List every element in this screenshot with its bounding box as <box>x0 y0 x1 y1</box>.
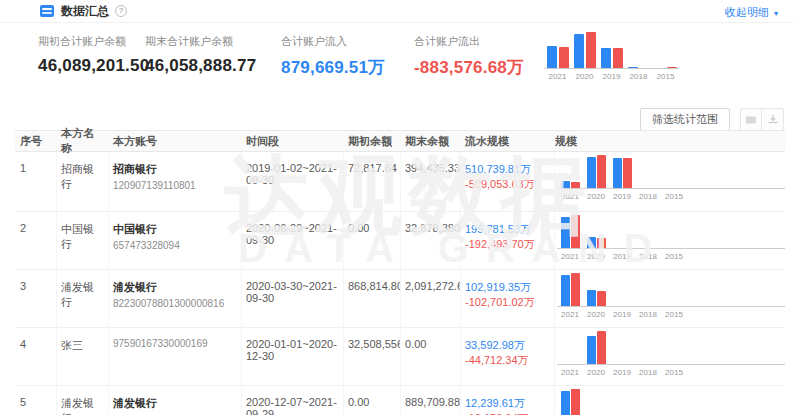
cell-begin-balance: 0.00 <box>344 386 401 415</box>
inflow-bar <box>587 157 596 188</box>
accounts-table: 序号本方名称本方账号时间段期初余额期末余额流水规模规模 1招商银行招商银行120… <box>15 130 785 415</box>
cell-end-balance: 32,878,380.99 <box>401 212 461 269</box>
chart-year-label: 2018 <box>635 192 661 201</box>
chart-year-group <box>557 215 583 248</box>
column-header-1: 序号 <box>15 134 57 149</box>
cell-serial: 5 <box>15 386 57 415</box>
chevron-down-icon: ▼ <box>772 9 779 17</box>
outflow-bar <box>571 215 580 248</box>
chart-bars <box>557 274 785 307</box>
chart-year-labels: 20212020201920182015 <box>557 189 785 201</box>
chart-year-group <box>583 331 609 364</box>
cell-serial: 4 <box>15 328 57 385</box>
summary-bar-chart: 20212020201920182015 <box>544 33 679 81</box>
chart-bars <box>557 216 785 249</box>
card-view-button[interactable] <box>740 108 762 131</box>
mini-bar-chart: 20212020201920182015 <box>557 216 785 261</box>
inflow-value: 33,592.98万 <box>465 339 525 351</box>
inflow-value: 102,919.35万 <box>465 281 531 293</box>
cell-own-account: 招商银行120907139110801 <box>109 152 242 211</box>
column-header-3: 本方账号 <box>109 134 242 149</box>
help-icon[interactable]: ? <box>115 5 127 17</box>
cell-own-name: 浦发银行 <box>57 386 109 415</box>
chart-year-group <box>583 155 609 188</box>
cell-flow-scale: 102,919.35万 -102,701.02万 <box>461 270 555 327</box>
inflow-bar <box>561 181 570 188</box>
chart-year-label: 2019 <box>609 252 635 261</box>
table-toolbar: 筛选统计范围 <box>640 108 784 131</box>
chart-year-label: 2018 <box>635 252 661 261</box>
outflow-value: -509,053.63万 <box>465 178 535 190</box>
outflow-bar <box>597 155 606 188</box>
cell-serial: 1 <box>15 152 57 211</box>
table-row: 3浦发银行浦发银行822300788013000008162020-03-30~… <box>15 270 785 328</box>
chart-year-labels: 20212020201920182015 <box>557 249 785 261</box>
account-bank-name: 招商银行 <box>113 162 235 177</box>
cell-period: 2020-03-30~2021-09-30 <box>242 270 344 327</box>
column-header-5: 期初余额 <box>344 134 401 149</box>
cell-own-name: 张三 <box>57 328 109 385</box>
table-row: 2中国银行中国银行6574733280942020-06-29~2021-09-… <box>15 212 785 270</box>
cell-period: 2020-12-07~2021-09-29 <box>242 386 344 415</box>
outflow-bar <box>667 67 677 68</box>
outflow-bar <box>597 238 606 248</box>
inflow-bar <box>561 275 570 306</box>
chart-year-label: 2018 <box>635 368 661 377</box>
stat-value: 879,669.51万 <box>281 56 414 79</box>
cell-serial: 3 <box>15 270 57 327</box>
chart-year-group <box>557 389 583 415</box>
filter-range-button[interactable]: 筛选统计范围 <box>640 108 730 131</box>
chart-year-label: 2021 <box>557 252 583 261</box>
cell-period: 2019-01-02~2021-09-30 <box>242 152 344 211</box>
column-header-7: 流水规模 <box>461 134 555 149</box>
chart-year-labels: 20212020201920182015 <box>557 307 785 319</box>
inflow-bar <box>601 48 611 68</box>
cell-end-balance: 2,091,272.67 <box>401 270 461 327</box>
mini-bar-chart: 20212020201920182015 <box>557 156 785 201</box>
collapse-details-link[interactable]: 收起明细▼ <box>725 5 780 20</box>
outflow-bar <box>559 47 569 68</box>
inflow-bar <box>587 336 596 364</box>
download-icon <box>767 114 779 125</box>
download-button[interactable] <box>762 108 784 131</box>
cell-begin-balance: 868,814.80 <box>344 270 401 327</box>
summary-stat: 期初合计账户余额46,089,201.50 <box>38 34 145 79</box>
column-header-6: 期末余额 <box>401 134 461 149</box>
chart-year-group <box>571 32 598 68</box>
stat-label: 期初合计账户余额 <box>38 34 145 49</box>
stat-label: 合计账户流出 <box>414 34 546 49</box>
chart-bars <box>544 33 679 69</box>
chart-year-label: 2020 <box>583 252 609 261</box>
cell-flow-scale: 12,239.61万 -12,150.64万 <box>461 386 555 415</box>
inflow-bar <box>628 67 638 68</box>
mini-bar-chart: 20212020201920182015 <box>557 390 785 415</box>
cell-scale-chart: 20212020201920182015 <box>555 386 785 415</box>
chart-year-label: 2015 <box>661 310 687 319</box>
summary-stat: 合计账户流入879,669.51万 <box>281 34 414 79</box>
inflow-bar <box>587 237 596 248</box>
summary-stat: 期末合计账户余额46,058,888.77 <box>145 34 281 79</box>
inflow-bar <box>574 34 584 68</box>
account-bank-name: 浦发银行 <box>113 396 235 411</box>
inflow-value: 12,239.61万 <box>465 397 525 409</box>
summary-stat: 合计账户流出-883,576.68万 <box>414 34 546 79</box>
chart-year-group <box>609 158 635 188</box>
card-icon <box>745 115 757 125</box>
table-row: 5浦发银行浦发银行822800788012000010132020-12-07~… <box>15 386 785 415</box>
cell-flow-scale: 33,592.98万 -44,712.34万 <box>461 328 555 385</box>
chart-year-label: 2015 <box>661 252 687 261</box>
collapse-details-label: 收起明细 <box>725 6 769 18</box>
outflow-bar <box>571 273 580 306</box>
mini-bar-chart: 20212020201920182015 <box>557 332 785 377</box>
chart-year-label: 2019 <box>609 192 635 201</box>
account-bank-name: 浦发银行 <box>113 280 235 295</box>
chart-year-label: 2019 <box>598 72 625 81</box>
chart-year-label: 2015 <box>661 368 687 377</box>
titlebar: 数据汇总 ? 收起明细▼ <box>0 0 794 23</box>
chart-year-label: 2020 <box>583 310 609 319</box>
account-number: 120907139110801 <box>113 180 235 191</box>
cell-scale-chart: 20212020201920182015 <box>555 212 785 269</box>
summary-card-icon <box>40 5 54 17</box>
summary-stats: 期初合计账户余额46,089,201.50期末合计账户余额46,058,888.… <box>38 34 546 79</box>
outflow-bar <box>623 158 632 188</box>
